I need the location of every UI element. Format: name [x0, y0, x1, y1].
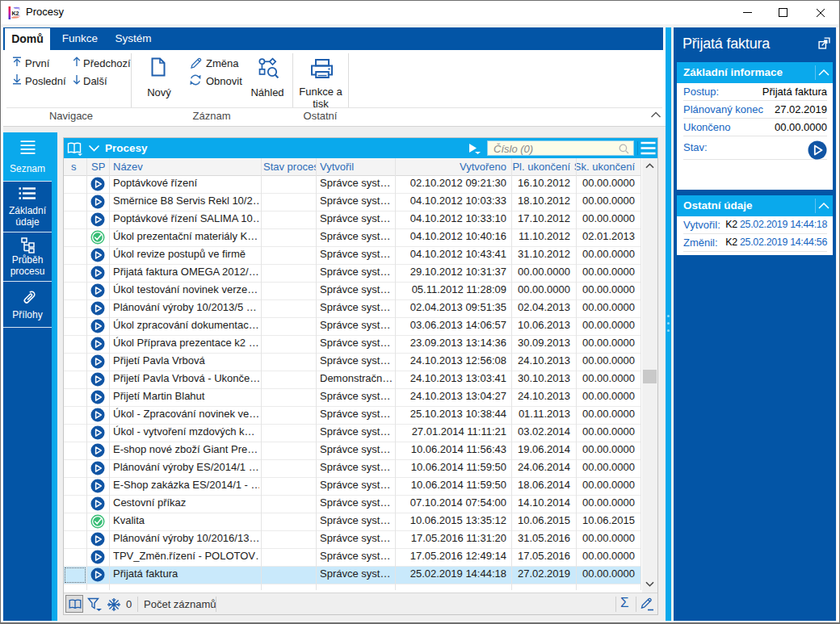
svg-text:K2: K2	[11, 10, 19, 17]
